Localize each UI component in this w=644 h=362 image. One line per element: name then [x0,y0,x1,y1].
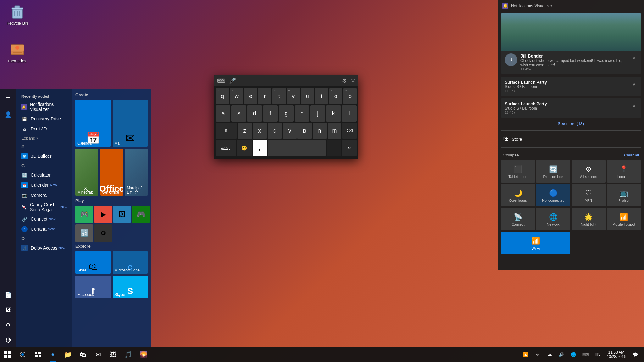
systray-expand-button[interactable]: 🔼 [520,347,531,362]
app-item-notifications-visualizer[interactable]: 🔔 Notifications Visualizer [16,100,72,114]
osk-key-h[interactable]: h [295,105,309,122]
desktop-icon-memories[interactable]: memories [3,41,31,64]
osk-key-m[interactable]: m [328,123,342,139]
osk-key-k[interactable]: k [326,105,341,122]
systray-network-icon[interactable]: 🌐 [568,347,579,362]
systray-volume-icon[interactable]: 🔊 [556,347,567,362]
app-item-calendar[interactable]: 📅 Calendar New [16,180,72,190]
tile-edge[interactable]: e Microsoft Edge [113,251,148,274]
play-tile-calc[interactable]: 🔢 [75,224,93,242]
play-tile-1[interactable]: 🎮 [75,206,93,223]
osk-key-t[interactable]: 5t [272,88,286,104]
event-expand-2[interactable]: ∨ [631,101,637,110]
qa-night-light[interactable]: 🌟 Night light [572,208,606,230]
play-tile-xbox[interactable]: 🎮 [132,206,150,223]
app-item-recovery-drive[interactable]: 💾 Recovery Drive [16,114,72,124]
osk-keyboard-icon[interactable]: ⌨ [217,77,225,84]
tile-skype[interactable]: S Skype [113,276,148,298]
app-item-print3d[interactable]: 🖨 Print 3D [16,124,72,134]
qa-location[interactable]: 📍 Location [607,160,641,183]
tile-mail[interactable]: ✉ Mail [113,100,148,147]
taskbar-app-file-explorer[interactable]: 📁 [60,347,75,362]
systray-connect-icon[interactable]: ⎆ [532,347,543,362]
osk-key-g[interactable]: g [279,105,293,122]
notification-expand-button[interactable]: ∨ [631,53,637,62]
app-item-camera[interactable]: 📷 Camera [16,190,72,200]
osk-key-c[interactable]: c [268,123,282,139]
osk-key-w[interactable]: 2w [230,88,243,104]
osk-key-n[interactable]: n [313,123,327,139]
tile-calendar[interactable]: 📅 Calendar [75,100,111,147]
taskbar-app-photos2[interactable]: 🌄 [136,347,151,362]
ac-store-button[interactable]: 🛍 Store [498,133,644,145]
taskbar-app-groove[interactable]: 🎵 [121,347,136,362]
systray-onedrive-icon[interactable]: ☁ [544,347,555,362]
qa-mobile-hotspot[interactable]: 📶 Mobile hotspot [607,208,641,230]
osk-key-v[interactable]: v [283,123,297,139]
qa-connect[interactable]: 📡 Connect [501,208,535,230]
expand-button[interactable]: Expand ▾ [16,134,72,142]
action-center-button[interactable]: 💬 [630,347,641,362]
sidebar-power-button[interactable]: ⏻ [1,333,15,347]
tile-march-of-empires[interactable]: ⚔ March of Em... [125,149,148,196]
tile-store[interactable]: 🛍 Store [75,251,111,274]
taskbar-app-photos[interactable]: 🖼 [106,347,121,362]
sidebar-pictures-button[interactable]: 🖼 [1,303,15,317]
app-item-calculator[interactable]: 🔢 Calculator [16,170,72,180]
systray-keyboard-icon[interactable]: ⌨ [580,347,591,362]
desktop-icon-recycle-bin[interactable]: Recycle Bin [3,3,31,27]
qa-vpn[interactable]: 🛡 VPN [572,184,606,206]
osk-key-i[interactable]: 8i [315,88,328,104]
qa-project[interactable]: 📺 Project [607,184,641,206]
osk-key-b[interactable]: b [297,123,312,139]
app-item-connect[interactable]: 🔗 Connect New [16,214,72,224]
osk-key-u[interactable]: 7u [301,88,314,104]
osk-key-l[interactable]: l [342,105,357,122]
app-item-dolby[interactable]: 🎵 Dolby Access New [16,243,72,253]
osk-mic-icon[interactable]: 🎤 [229,77,236,84]
systray-input-icon[interactable]: EN [592,347,603,362]
start-button[interactable] [0,347,15,362]
qa-wifi[interactable]: 📶 Wi-Fi [501,232,570,254]
qa-all-settings[interactable]: ⚙ All settings [572,160,606,183]
tile-minecraft[interactable]: ⛏ Minecraft [75,149,98,196]
osk-close-icon[interactable]: ✕ [351,77,355,84]
osk-key-o[interactable]: 9o [329,88,342,104]
osk-key-d[interactable]: d [247,105,262,122]
osk-key-x[interactable]: x [253,123,267,139]
osk-key-shift[interactable]: ⇧ [216,123,237,139]
osk-key-p[interactable]: 0p [343,88,357,104]
sidebar-user-button[interactable]: 👤 [1,107,15,121]
taskbar-app-store[interactable]: 🛍 [75,347,91,362]
task-view-button[interactable] [30,347,45,362]
hamburger-menu-button[interactable]: ☰ [1,92,15,106]
osk-key-j[interactable]: j [310,105,325,122]
play-tile-extra[interactable]: ⚙ [94,224,112,242]
qa-network[interactable]: 🌐 Network [536,208,570,230]
tile-facebook[interactable]: f Facebook [75,276,111,298]
qa-not-connected[interactable]: 🔵 Not connected [536,184,570,206]
osk-key-e[interactable]: 3e [244,88,257,104]
osk-key-enter[interactable]: ↵ [342,140,357,156]
osk-key-f[interactable]: f [263,105,278,122]
osk-key-period[interactable]: . [327,140,341,156]
osk-key-y[interactable]: 6y [287,88,300,104]
osk-key-backspace[interactable]: ⌫ [342,123,357,139]
clear-all-button[interactable]: Clear all [624,153,639,157]
osk-key-a[interactable]: a [216,105,230,122]
app-item-candy-crush[interactable]: 🍬 Candy Crush Soda Saga New [16,200,72,214]
taskbar-app-mail[interactable]: ✉ [91,347,106,362]
see-more-button[interactable]: See more (18) [498,119,644,129]
event-expand-1[interactable]: ∨ [631,80,637,88]
cortana-search-button[interactable] [15,347,30,362]
app-item-3dbuilder[interactable]: 🧊 3D Builder [16,151,72,161]
osk-settings-icon[interactable]: ⚙ [342,77,347,84]
sidebar-documents-button[interactable]: 📄 [1,288,15,302]
tile-get-office[interactable]: Office Get Office [100,149,123,196]
play-tile-2[interactable]: ▶ [94,206,112,223]
osk-key-symbols[interactable]: &123 [216,140,236,156]
osk-key-space[interactable] [268,140,326,156]
taskbar-app-edge[interactable]: e [45,347,60,362]
osk-key-q[interactable]: 1q [216,88,229,104]
taskbar-clock[interactable]: 11:53 AM 10/28/2016 [604,347,629,362]
